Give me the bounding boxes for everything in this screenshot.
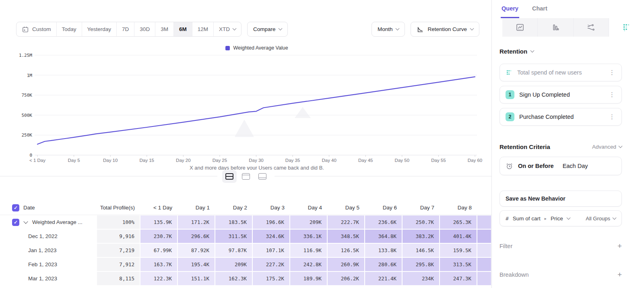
retention-value-cell: 135.9K <box>140 215 178 229</box>
retention-value-cell: 296.6K <box>178 229 215 243</box>
row-expander-icon[interactable] <box>23 219 28 224</box>
row-date-cell: Mar 1, 2023 <box>0 271 97 286</box>
criteria-card[interactable]: On or Before Each Day <box>500 157 622 175</box>
y-axis-tick-label: 1.25M <box>19 53 32 58</box>
retention-value: 189.9K <box>290 272 327 285</box>
toolbar: Custom TodayYesterday7D30D3M6M12MXTD Com… <box>16 22 479 37</box>
retention-value: 162.3K <box>215 272 252 285</box>
main-panel: Custom TodayYesterday7D30D3M6M12MXTD Com… <box>0 0 491 288</box>
day-header-label: Day 1 <box>178 205 215 211</box>
day-header-cell: Day 3 <box>252 205 290 211</box>
filter-label: Filter <box>500 243 512 249</box>
split-view-icon <box>225 173 233 180</box>
behavior-step-2[interactable]: 2 Purchase Completed ⋮ <box>500 108 622 126</box>
row-total-value: 7,912 <box>97 258 140 271</box>
range-30d[interactable]: 30D <box>134 22 155 36</box>
retention-section-dropdown[interactable]: Retention <box>500 48 622 55</box>
range-6m[interactable]: 6M <box>174 22 192 36</box>
bar-chart-tile[interactable] <box>538 18 573 37</box>
select-all-checkbox[interactable]: ✓ <box>12 204 19 211</box>
tab-query[interactable]: Query <box>501 0 519 18</box>
x-axis-tick-label: Day 25 <box>213 158 227 163</box>
range-label: 12M <box>198 26 208 32</box>
range-3m[interactable]: 3M <box>155 22 174 36</box>
chevron-down-icon <box>396 27 400 31</box>
table-header-row: ✓ Date Total Profile(s) < 1 DayDay 1Day … <box>0 201 491 215</box>
partial-next-day-cell <box>477 257 491 271</box>
retention-value: 296.6K <box>178 230 215 243</box>
retention-value: 313.5K <box>440 258 477 271</box>
retention-value: 87.92K <box>178 244 215 257</box>
behavior-dots-icon <box>506 69 512 76</box>
behavior-card[interactable]: Total spend of new users ⋮ <box>500 64 622 81</box>
day-header-cell: Day 2 <box>215 205 252 211</box>
x-axis-tick-label: Day 30 <box>249 158 263 163</box>
x-axis-tick-label: Day 35 <box>285 158 300 163</box>
add-filter-button[interactable]: + <box>617 242 622 251</box>
flows-tile[interactable] <box>574 18 609 37</box>
compare-button[interactable]: Compare <box>247 22 288 37</box>
retention-tile[interactable] <box>609 18 644 37</box>
range-custom[interactable]: Custom <box>17 22 57 36</box>
range-12m[interactable]: 12M <box>192 22 214 36</box>
table-only-view-icon <box>258 173 266 180</box>
retention-value-cell: 313.5K <box>440 257 477 271</box>
add-breakdown-button[interactable]: + <box>617 270 622 279</box>
retention-value: 222.7K <box>328 215 364 229</box>
kebab-menu-icon[interactable]: ⋮ <box>608 69 616 76</box>
advanced-dropdown[interactable]: Advanced <box>592 144 622 150</box>
table-row: Jan 1, 20237,21967.99K87.92K97.87K107.1K… <box>0 243 491 257</box>
day-header-cell: Day 7 <box>402 205 440 211</box>
tab-chart[interactable]: Chart <box>531 0 548 18</box>
chart-only-view-icon <box>242 173 250 180</box>
retention-value: 227.2K <box>253 258 289 271</box>
x-axis-tick-label: Day 50 <box>395 158 409 163</box>
retention-value: 163.7K <box>140 258 177 271</box>
chart-type-label: Retention Curve <box>427 26 467 32</box>
retention-value: 196.6K <box>253 215 289 229</box>
line-chart-tile[interactable] <box>502 18 538 37</box>
behavior-step-1[interactable]: 1 Sign Up Completed ⋮ <box>500 86 622 104</box>
all-groups-dropdown[interactable]: All Groups <box>586 215 616 222</box>
retention-value: 195.4K <box>178 258 215 271</box>
x-axis-tick-label: Day 60 <box>468 158 482 163</box>
table-only-view-toggle[interactable] <box>255 170 270 183</box>
x-axis-tick-label: Day 45 <box>358 158 373 163</box>
table-row: Mar 1, 20238,115122.3K151.1K162.3K175.2K… <box>0 271 491 286</box>
row-total-value: 100% <box>97 215 140 229</box>
tab-chart-label: Chart <box>532 5 547 12</box>
row-total-cell: 9,916 <box>97 229 140 243</box>
range-xtd[interactable]: XTD <box>214 22 241 36</box>
range-yesterday[interactable]: Yesterday <box>82 22 117 36</box>
step-label: Sign Up Completed <box>519 91 570 98</box>
day-header-cell: Day 5 <box>327 205 365 211</box>
retention-value-cell: 97.87K <box>215 243 252 257</box>
range-7d[interactable]: 7D <box>117 22 134 36</box>
criteria-condition[interactable]: On or Before <box>518 163 554 169</box>
save-as-new-behavior-button[interactable]: Save as New Behavior <box>500 191 622 207</box>
range-today[interactable]: Today <box>57 22 82 36</box>
chevron-down-icon <box>232 27 236 31</box>
table-row: Feb 1, 20237,912163.7K195.4K209K227.2K24… <box>0 257 491 271</box>
retention-value: 67.99K <box>140 244 177 257</box>
chart-type-button[interactable]: Retention Curve <box>411 22 479 37</box>
range-label: XTD <box>219 26 230 32</box>
split-view-toggle[interactable] <box>222 170 237 183</box>
retention-value: 295.8K <box>402 258 439 271</box>
retention-value-cell: 324.6K <box>252 229 290 243</box>
day-header-label: Day 5 <box>327 205 365 211</box>
granularity-button[interactable]: Month <box>372 22 405 37</box>
retention-value: 265.3K <box>440 215 477 229</box>
row-date-label: Feb 1, 2023 <box>12 261 57 267</box>
kebab-menu-icon[interactable]: ⋮ <box>608 91 616 98</box>
retention-value: 116.9K <box>290 244 327 257</box>
metric-card[interactable]: # Sum of cart ▸ Price All Groups <box>500 210 622 226</box>
row-date-cell: ✓Weighted Average ... <box>0 215 97 229</box>
chart-only-view-toggle[interactable] <box>239 170 253 183</box>
kebab-menu-icon[interactable]: ⋮ <box>608 113 616 120</box>
criteria-window[interactable]: Each Day <box>563 163 588 169</box>
row-checkbox[interactable]: ✓ <box>12 219 19 226</box>
number-property-icon: # <box>506 215 509 222</box>
retention-value: 175.2K <box>253 272 289 285</box>
table-row: Dec 1, 20229,916230.7K296.6K311.5K324.6K… <box>0 229 491 243</box>
